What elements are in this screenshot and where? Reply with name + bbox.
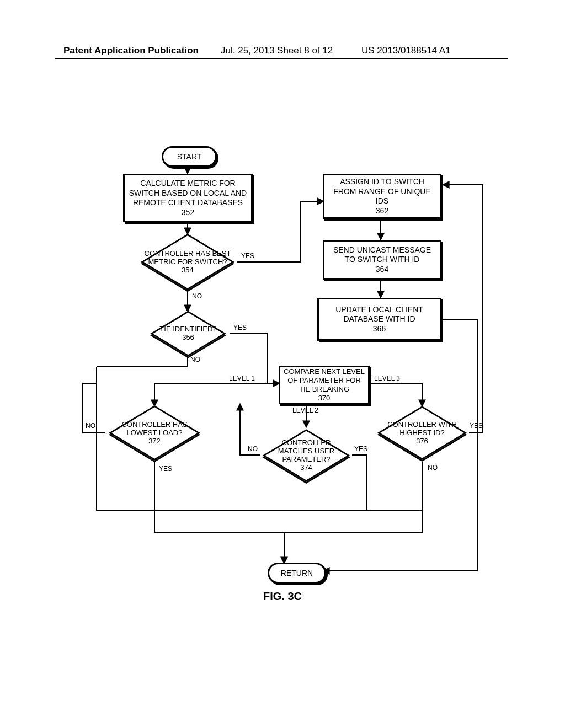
decision-372: CONTROLLER HAS LOWEST LOAD? 372 (105, 405, 204, 461)
decision-356-text: TIE IDENTIFIED? (159, 325, 216, 333)
decision-356-num: 356 (182, 333, 194, 341)
process-366: UPDATE LOCAL CLIENT DATABASE WITH ID 366 (317, 298, 441, 341)
hdr-right: US 2013/0188514 A1 (361, 45, 451, 56)
decision-374-text: CONTROLLER MATCHES USER PARAMETER? (278, 438, 334, 463)
label-level1: LEVEL 1 (229, 374, 255, 382)
terminator-return-text: RETURN (281, 569, 313, 577)
decision-374-num: 374 (300, 463, 312, 472)
flowchart: START CALCULATE METRIC FOR SWITCH BASED … (63, 146, 488, 604)
process-364-text: SEND UNICAST MESSAGE TO SWITCH WITH ID (328, 245, 436, 265)
label-level2: LEVEL 2 (292, 406, 318, 414)
label-376-yes: YES (470, 422, 483, 430)
label-level3: LEVEL 3 (374, 374, 400, 382)
decision-372-num: 372 (148, 436, 161, 445)
label-376-no: NO (428, 464, 438, 472)
label-372-no: NO (86, 422, 95, 430)
terminator-start-text: START (177, 152, 202, 161)
process-352-num: 352 (182, 208, 194, 218)
decision-376-num: 376 (416, 436, 428, 445)
label-356-yes: YES (233, 324, 247, 331)
decision-376: CONTROLLER WITH HIGHEST ID? 376 (375, 405, 469, 461)
terminator-start: START (162, 146, 217, 167)
process-366-text: UPDATE LOCAL CLIENT DATABASE WITH ID (322, 305, 436, 324)
process-370: COMPARE NEXT LEVEL OF PARAMETER FOR TIE … (279, 366, 370, 404)
figure-caption: FIG. 3C (263, 590, 302, 603)
process-364-num: 364 (376, 265, 388, 275)
process-370-text: COMPARE NEXT LEVEL OF PARAMETER FOR TIE … (284, 367, 365, 394)
label-356-no: NO (190, 356, 200, 363)
process-364: SEND UNICAST MESSAGE TO SWITCH WITH ID 3… (323, 240, 441, 280)
decision-374: CONTROLLER MATCHES USER PARAMETER? 374 (260, 427, 352, 484)
terminator-return: RETURN (268, 563, 326, 584)
decision-356: TIE IDENTIFIED? 356 (146, 312, 230, 356)
decision-354: CONTROLLER HAS BEST METRIC FOR SWITCH? 3… (138, 234, 237, 290)
label-354-yes: YES (241, 252, 254, 260)
hdr-center: Jul. 25, 2013 Sheet 8 of 12 (221, 45, 333, 56)
decision-354-num: 354 (182, 265, 194, 274)
decision-354-text: CONTROLLER HAS BEST METRIC FOR SWITCH? (145, 249, 231, 266)
process-352-text: CALCULATE METRIC FOR SWITCH BASED ON LOC… (128, 179, 248, 208)
process-362: ASSIGN ID TO SWITCH FROM RANGE OF UNIQUE… (323, 174, 441, 219)
hdr-left: Patent Application Publication (63, 45, 199, 56)
decision-372-text: CONTROLLER HAS LOWEST LOAD? (121, 420, 187, 437)
label-374-no: NO (248, 445, 258, 453)
process-366-num: 366 (373, 324, 386, 334)
decision-376-text: CONTROLLER WITH HIGHEST ID? (387, 420, 457, 437)
process-362-num: 362 (376, 206, 388, 216)
label-354-no: NO (192, 292, 202, 300)
hdr-rule (55, 58, 508, 59)
label-374-yes: YES (354, 445, 367, 453)
process-362-text: ASSIGN ID TO SWITCH FROM RANGE OF UNIQUE… (328, 177, 436, 206)
process-352: CALCULATE METRIC FOR SWITCH BASED ON LOC… (123, 174, 253, 222)
label-372-yes: YES (159, 465, 172, 473)
process-370-num: 370 (318, 394, 331, 403)
